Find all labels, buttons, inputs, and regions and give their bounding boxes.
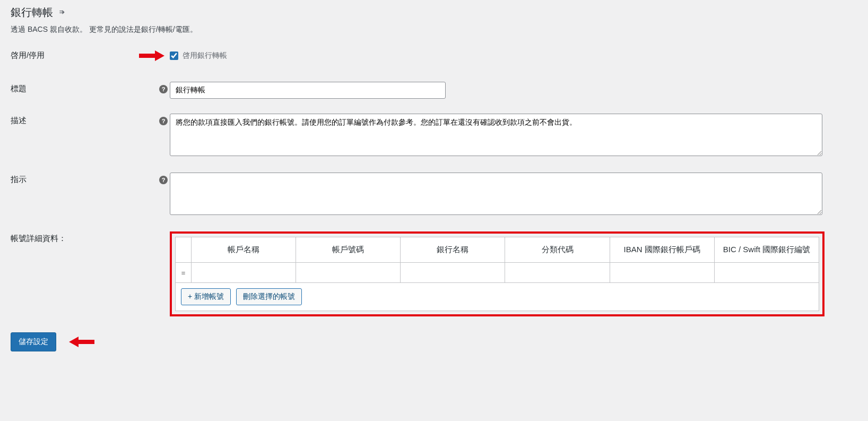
help-icon[interactable]: ? bbox=[159, 85, 168, 93]
drag-handle[interactable]: ≡ bbox=[176, 263, 192, 283]
add-account-button[interactable]: + 新增帳號 bbox=[181, 288, 231, 305]
bank-name-input[interactable] bbox=[401, 263, 505, 282]
instructions-label: 指示 bbox=[11, 175, 27, 185]
back-link-icon[interactable] bbox=[58, 6, 66, 19]
th-bank-name: 銀行名稱 bbox=[401, 237, 505, 263]
instructions-row: 指示 ? bbox=[11, 173, 857, 217]
enable-checkbox-label: 啓用銀行轉帳 bbox=[183, 51, 227, 61]
instructions-label-col: 指示 ? bbox=[11, 173, 170, 185]
account-name-input[interactable] bbox=[192, 263, 296, 282]
enable-row: 啓用/停用 啓用銀行轉帳 bbox=[11, 50, 857, 61]
sort-header bbox=[176, 237, 192, 263]
title-label-col: 標題 ? bbox=[11, 82, 170, 94]
accounts-field: 帳戶名稱 帳戶號碼 銀行名稱 分類代碼 IBAN 國際銀行帳戶碼 BIC / S… bbox=[170, 231, 857, 316]
sort-code-input[interactable] bbox=[505, 263, 609, 282]
save-row: 儲存設定 bbox=[11, 332, 857, 351]
th-iban: IBAN 國際銀行帳戶碼 bbox=[610, 237, 714, 263]
accounts-label: 帳號詳細資料： bbox=[11, 234, 66, 244]
title-row: 標題 ? bbox=[11, 82, 857, 99]
th-account-number: 帳戶號碼 bbox=[296, 237, 401, 263]
enable-field: 啓用銀行轉帳 bbox=[170, 51, 857, 61]
description-label-col: 描述 ? bbox=[11, 114, 170, 126]
arrow-right-icon bbox=[139, 51, 164, 60]
bic-input[interactable] bbox=[715, 263, 819, 282]
accounts-row: 帳號詳細資料： 帳戶名稱 帳戶號碼 銀行名稱 分類代碼 IBAN 國際銀行帳戶碼… bbox=[11, 231, 857, 316]
remove-account-button[interactable]: 刪除選擇的帳號 bbox=[236, 288, 302, 305]
title-field bbox=[170, 82, 857, 99]
th-bic: BIC / Swift 國際銀行編號 bbox=[714, 237, 819, 263]
accounts-label-col: 帳號詳細資料： bbox=[11, 231, 170, 244]
enable-label-col: 啓用/停用 bbox=[11, 50, 170, 61]
help-icon[interactable]: ? bbox=[159, 117, 168, 125]
description-row: 描述 ? 將您的款項直接匯入我們的銀行帳號。請使用您的訂單編號作為付款參考。您的… bbox=[11, 114, 857, 158]
account-number-input[interactable] bbox=[296, 263, 400, 282]
instructions-textarea[interactable] bbox=[170, 173, 822, 215]
title-label: 標題 bbox=[11, 84, 27, 94]
th-sort-code: 分類代碼 bbox=[505, 237, 610, 263]
save-button[interactable]: 儲存設定 bbox=[11, 332, 56, 351]
help-icon[interactable]: ? bbox=[159, 176, 168, 184]
enable-checkbox[interactable] bbox=[170, 51, 178, 60]
accounts-box: 帳戶名稱 帳戶號碼 銀行名稱 分類代碼 IBAN 國際銀行帳戶碼 BIC / S… bbox=[170, 231, 824, 316]
settings-form: 啓用/停用 啓用銀行轉帳 標題 ? 描述 ? 將您的款項直接匯入我們的銀行帳號。… bbox=[11, 50, 857, 316]
enable-label: 啓用/停用 bbox=[11, 50, 45, 61]
instructions-field bbox=[170, 173, 857, 217]
table-row: ≡ bbox=[176, 263, 819, 283]
page-title: 銀行轉帳 bbox=[11, 5, 857, 20]
page-title-text: 銀行轉帳 bbox=[11, 5, 53, 20]
hamburger-icon: ≡ bbox=[181, 269, 186, 277]
th-account-name: 帳戶名稱 bbox=[192, 237, 296, 263]
accounts-table: 帳戶名稱 帳戶號碼 銀行名稱 分類代碼 IBAN 國際銀行帳戶碼 BIC / S… bbox=[175, 237, 819, 311]
enable-checkbox-wrap[interactable]: 啓用銀行轉帳 bbox=[170, 51, 857, 61]
arrow-left-icon bbox=[69, 338, 94, 346]
description-textarea[interactable]: 將您的款項直接匯入我們的銀行帳號。請使用您的訂單編號作為付款參考。您的訂單在還沒… bbox=[170, 114, 822, 156]
description-label: 描述 bbox=[11, 116, 27, 126]
iban-input[interactable] bbox=[610, 263, 714, 282]
title-input[interactable] bbox=[170, 82, 446, 99]
description-field: 將您的款項直接匯入我們的銀行帳號。請使用您的訂單編號作為付款參考。您的訂單在還沒… bbox=[170, 114, 857, 158]
page-subtitle: 透過 BACS 親自收款。 更常見的說法是銀行/轉帳/電匯。 bbox=[11, 25, 857, 35]
